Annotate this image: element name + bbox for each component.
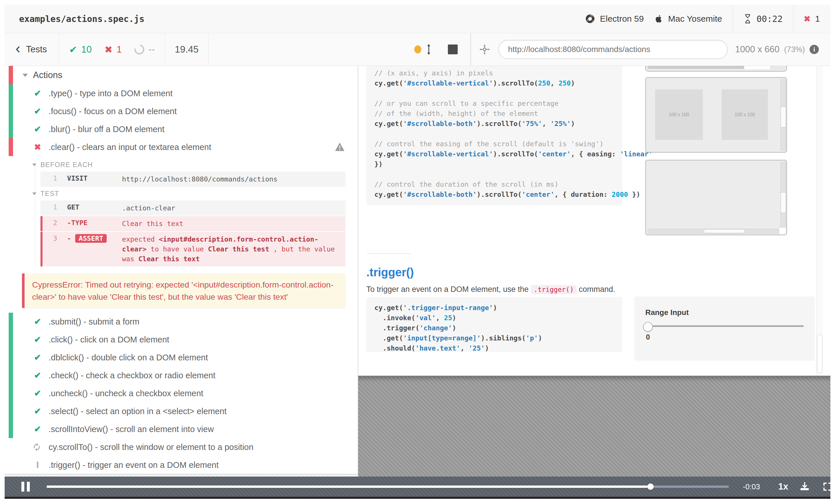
test-status-strip [9, 349, 13, 366]
test-row[interactable]: ✔.dblclick() - double click on a DOM ele… [5, 349, 358, 366]
reporter-panel: Actions ✔.type() - type into a DOM eleme… [5, 66, 358, 477]
check-icon: ✔ [33, 88, 43, 98]
command-row[interactable]: 1GET.action-clear [40, 201, 346, 215]
test-row[interactable]: .trigger() - trigger an event on a DOM e… [5, 456, 358, 474]
test-label: .submit() - submit a form [48, 317, 139, 327]
test-status-strip [9, 438, 13, 456]
back-to-tests-button[interactable]: Tests [5, 33, 59, 66]
fullscreen-button[interactable] [822, 481, 833, 492]
test-row[interactable]: ✔.focus() - focus on a DOM element [5, 102, 358, 120]
code-line: // or you can scroll to a specific perce… [374, 99, 614, 109]
test-row[interactable]: ✖.clear() - clears an input or textarea … [5, 138, 358, 156]
aut-page-scrollbar-thumb[interactable] [817, 335, 822, 373]
pause-button[interactable] [21, 482, 30, 491]
cypress-runner: examples/actions.spec.js Electron 59 Mac… [5, 5, 830, 499]
download-button[interactable] [799, 481, 810, 492]
viewport-info: 1000 x 660 (73%) i [735, 33, 830, 66]
stop-button[interactable] [448, 44, 458, 54]
scrollbar-corner [779, 228, 786, 234]
horizontal-scrollbar-thumb[interactable] [744, 66, 770, 69]
test-row[interactable]: ✔.type() - type into a DOM element [5, 84, 358, 102]
progress-thumb[interactable] [647, 483, 654, 490]
hook-header[interactable]: BEFORE EACH [40, 158, 358, 172]
code-line: // control the easing of the scroll (def… [374, 139, 614, 149]
failures-count: 1 [815, 14, 820, 24]
command-row[interactable]: 1VISIThttp://localhost:8080/commands/act… [40, 172, 346, 187]
trigger-section-heading[interactable]: .trigger() [366, 266, 414, 279]
reporter-empty-area [5, 475, 358, 477]
code-line: // (x axis, y axis) in pixels [374, 68, 614, 78]
video-player-bar: -0:03 1x [5, 477, 830, 499]
selector-playground-icon[interactable] [478, 43, 491, 56]
header-bar: examples/actions.spec.js Electron 59 Mac… [5, 5, 830, 33]
scrollable-box-both[interactable] [645, 160, 787, 235]
code-line: .should('have.text', '25') [374, 343, 614, 353]
test-status-strip [9, 384, 13, 402]
vertical-scrollbar-thumb[interactable] [781, 107, 786, 127]
hook-header[interactable]: TEST [40, 187, 358, 201]
range-slider-track[interactable] [645, 326, 804, 327]
test-row[interactable]: ✔.blur() - blur off a DOM element [5, 120, 358, 138]
snapshot-dot-icon [414, 45, 421, 54]
x-icon: ✖ [33, 142, 43, 152]
test-row[interactable]: ✔.scrollIntoView() - scroll an element i… [5, 420, 358, 438]
test-status-strip [9, 402, 13, 420]
code-line: .invoke('val', 25) [374, 313, 614, 323]
check-icon: ✔ [33, 317, 43, 327]
spec-title: examples/actions.spec.js [5, 14, 144, 24]
chevron-left-icon [15, 45, 22, 54]
test-status-strip [9, 102, 13, 120]
suite-header-actions[interactable]: Actions [5, 66, 358, 84]
command-row[interactable]: 3- ASSERTexpected <input#description.for… [40, 232, 346, 267]
video-progress-bar[interactable] [46, 485, 729, 488]
horizontal-scrollbar-thumb[interactable] [704, 229, 745, 233]
test-label: .trigger() - trigger an event on a DOM e… [48, 460, 219, 470]
code-block-trigger: cy.get('.trigger-input-range') .invoke('… [366, 297, 623, 352]
aut-panel: // (x axis, y axis) in pixelscy.get('#sc… [358, 66, 830, 477]
letterbox-hatched-area [358, 376, 830, 477]
test-error-message: CypressError: Timed out retrying: expect… [22, 273, 346, 308]
browser-icon [585, 14, 595, 24]
vertical-scrollbar-thumb[interactable] [781, 192, 786, 213]
code-line: // control the duration of the scroll (i… [374, 180, 614, 190]
range-value: 0 [646, 333, 650, 341]
suite-status-strip [9, 66, 13, 84]
browser-label: Electron 59 [600, 14, 644, 24]
aut-page-scrollbar[interactable] [816, 66, 823, 376]
test-list: Actions ✔.type() - type into a DOM eleme… [5, 66, 358, 475]
scrollable-box-cutoff[interactable] [645, 66, 787, 72]
check-icon: ✔ [33, 124, 43, 134]
info-icon[interactable]: i [810, 45, 819, 54]
command-row[interactable]: 2-TYPEClear this text [40, 216, 346, 231]
failures-x-icon: ✖ [804, 14, 810, 24]
environment-info: Electron 59 Mac Yosemite [574, 5, 733, 33]
scrollable-box-squares[interactable]: 100 x 100 100 x 100 [645, 77, 787, 152]
command-message: .action-clear [122, 203, 340, 213]
collapse-triangle-icon [23, 74, 28, 77]
test-label: .uncheck() - uncheck a checkbox element [48, 389, 203, 398]
test-row[interactable]: ✔.submit() - submit a form [5, 313, 358, 331]
duration-value: 19.45 [175, 44, 199, 55]
pending-box-icon [33, 462, 43, 467]
command-number: 1 [40, 203, 57, 211]
test-row[interactable]: cy.scrollTo() - scroll the window or ele… [5, 438, 358, 456]
test-row[interactable]: ✔.uncheck() - uncheck a checkbox element [5, 384, 358, 402]
url-area: http://localhost:8080/commands/actions [471, 33, 735, 66]
test-status-strip [9, 331, 13, 349]
command-name: -TYPE [57, 219, 122, 227]
code-line [374, 169, 614, 180]
playback-speed-button[interactable]: 1x [770, 481, 796, 492]
test-row[interactable]: ✔.select() - select an option in a <sele… [5, 402, 358, 420]
aut-iframe: // (x axis, y axis) in pixelscy.get('#sc… [358, 66, 830, 376]
command-name: - ASSERT [57, 234, 122, 243]
scrubber-control[interactable] [414, 44, 432, 55]
section-divider [367, 253, 410, 254]
test-label: .blur() - blur off a DOM element [48, 125, 164, 134]
command-message: Clear this text [122, 219, 340, 229]
viewport-size: 1000 x 660 [735, 44, 779, 55]
collapse-triangle-icon [33, 164, 37, 166]
range-slider-thumb[interactable] [643, 322, 653, 332]
test-row[interactable]: ✔.click() - click on a DOM element [5, 331, 358, 349]
test-row[interactable]: ✔.check() - check a checkbox or radio el… [5, 366, 358, 384]
aut-url-input[interactable]: http://localhost:8080/commands/actions [498, 40, 728, 59]
